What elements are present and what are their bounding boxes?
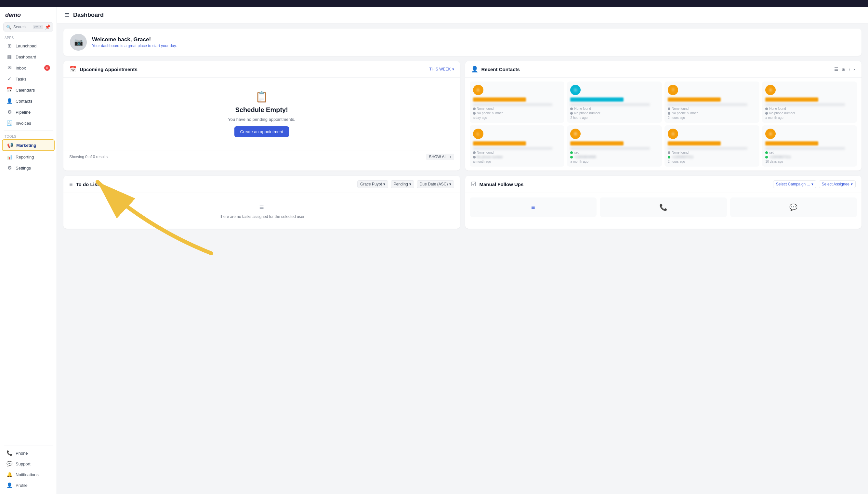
contact-tag-3 — [668, 97, 721, 102]
user-filter-label: Grace Puyot — [360, 182, 382, 186]
contact-avatar-1: A — [473, 85, 484, 95]
avatar: 📷 — [70, 34, 87, 51]
sidebar-item-tasks[interactable]: ✓ Tasks — [2, 74, 55, 84]
contact-status-5: None found — [477, 151, 494, 154]
launchpad-icon: ⊞ — [6, 43, 12, 49]
contact-detail-2: None found — [570, 107, 658, 110]
appointments-header-left: 📅 Upcoming Appointments — [69, 65, 138, 73]
support-icon: 💬 — [6, 461, 12, 467]
contact-card-2[interactable]: G None found No phone number — [567, 81, 662, 123]
show-all-button[interactable]: SHOW ALL › — [426, 154, 454, 160]
contact-phone-dot-1 — [473, 112, 476, 115]
sidebar-item-notifications[interactable]: 🔔 Notifications — [2, 469, 55, 480]
list-view-icon[interactable]: ☰ — [834, 66, 839, 72]
inbox-badge: 0 — [44, 65, 50, 71]
sidebar-item-reporting[interactable]: 📊 Reporting — [2, 152, 55, 162]
marketing-icon: 📢 — [7, 142, 13, 148]
followup-message-button[interactable]: 💬 — [730, 197, 857, 217]
welcome-text: Welcome back, Grace! Your dashboard is a… — [92, 36, 177, 48]
contact-dot-5 — [473, 151, 476, 154]
select-campaign-button[interactable]: Select Campaign ... ▾ — [773, 180, 816, 188]
contact-dot-6 — [570, 151, 573, 154]
sidebar-item-dashboard[interactable]: ▦ Dashboard — [2, 52, 55, 62]
date-filter-chevron: ▾ — [449, 182, 451, 186]
create-appointment-button[interactable]: Create an appointment — [234, 126, 289, 137]
contact-card-5[interactable]: L None found No phone number — [470, 126, 565, 167]
followup-tasks-button[interactable]: ≡ — [470, 197, 597, 217]
calendars-icon: 📅 — [6, 87, 12, 93]
contact-phone-6: +13059834000 — [570, 155, 658, 159]
tasks-icon: ✓ — [6, 76, 12, 82]
contact-phone-val-7: +13059837211 — [672, 155, 693, 159]
prev-icon[interactable]: ‹ — [848, 66, 851, 72]
followup-filters: Select Campaign ... ▾ Select Assignee ▾ — [773, 180, 856, 188]
contacts-header-left: 👤 Recent Contacts — [471, 65, 520, 73]
sidebar-item-inbox[interactable]: ✉ Inbox 0 — [2, 63, 55, 73]
search-icon: 🔍 — [6, 25, 12, 30]
contacts-label: Contacts — [16, 99, 32, 103]
menu-icon[interactable]: ☰ — [65, 12, 69, 18]
sidebar-item-pipeline[interactable]: ⚙ Pipeline — [2, 107, 55, 117]
contact-phone-val-5: No phone number — [477, 155, 503, 159]
search-bar[interactable]: 🔍 Search ctrl K 📌 — [3, 22, 53, 32]
contact-phone-val-3: No phone number — [672, 111, 698, 115]
contact-card-8[interactable]: A set +13059837211 — [762, 126, 857, 167]
contact-avatar-6: B — [570, 129, 581, 139]
grid-view-icon[interactable]: ⊞ — [841, 66, 846, 72]
sidebar-item-phone[interactable]: 📞 Phone — [2, 448, 55, 458]
sidebar-item-contacts[interactable]: 👤 Contacts — [2, 96, 55, 106]
followups-title: Manual Follow Ups — [480, 182, 524, 187]
sidebar-item-marketing[interactable]: 📢 Marketing — [2, 139, 55, 151]
sidebar-item-settings[interactable]: ⚙ Settings — [2, 163, 55, 173]
appointments-footer: Showing 0 of 0 results SHOW ALL › — [64, 150, 460, 164]
contact-card-4[interactable]: A None found No phone number — [762, 81, 857, 123]
main-header: ☰ Dashboard — [57, 7, 868, 23]
contact-name-3 — [668, 103, 747, 106]
welcome-subtitle: Your dashboard is a great place to start… — [92, 43, 177, 48]
sidebar-item-invoices[interactable]: 🧾 Invoices — [2, 118, 55, 128]
contact-time-4: a month ago — [765, 116, 854, 119]
contact-avatar-5: L — [473, 129, 484, 139]
contact-card-3[interactable]: T None found No phone number — [665, 81, 759, 123]
this-week-button[interactable]: THIS WEEK ▾ — [429, 67, 454, 72]
sidebar-item-support[interactable]: 💬 Support — [2, 459, 55, 469]
next-icon[interactable]: › — [853, 66, 856, 72]
user-filter-button[interactable]: Grace Puyot ▾ — [357, 180, 388, 188]
message-icon: 💬 — [789, 203, 797, 211]
status-filter-label: Pending — [394, 182, 408, 186]
date-filter-label: Due Date (ASC) — [420, 182, 448, 186]
profile-icon: 👤 — [6, 482, 12, 488]
contact-detail-7: None found — [668, 151, 756, 154]
tools-section-label: Tools — [0, 133, 57, 139]
contact-name-5 — [473, 147, 553, 150]
search-shortcut: ctrl K — [33, 25, 43, 29]
todo-header-left: ≡ To do List — [69, 181, 99, 188]
contact-card-7[interactable]: A None found +13059837211 — [665, 126, 759, 167]
inbox-label: Inbox — [16, 65, 26, 71]
contact-card-1[interactable]: A None found No phone number — [470, 81, 565, 123]
contact-dot-1 — [473, 108, 476, 110]
sidebar-item-launchpad[interactable]: ⊞ Launchpad — [2, 41, 55, 51]
contact-tag-6 — [570, 141, 623, 146]
tasks-list-icon: ≡ — [531, 204, 535, 211]
date-filter-button[interactable]: Due Date (ASC) ▾ — [417, 180, 454, 188]
status-filter-button[interactable]: Pending ▾ — [391, 180, 414, 188]
todo-empty-text: There are no tasks assigned for the sele… — [219, 214, 304, 219]
select-assignee-button[interactable]: Select Assignee ▾ — [819, 180, 856, 188]
assignee-chevron: ▾ — [851, 182, 853, 186]
sidebar-item-calendars[interactable]: 📅 Calendars — [2, 85, 55, 95]
appointments-header-right: THIS WEEK ▾ — [429, 67, 454, 72]
empty-calendar-icon: 📋 — [255, 91, 268, 103]
profile-label: Profile — [16, 483, 28, 488]
contact-status-6: set — [574, 151, 578, 154]
contact-card-6[interactable]: B set +13059834000 — [567, 126, 662, 167]
contact-tag-1 — [473, 97, 526, 102]
sidebar-item-profile[interactable]: 👤 Profile — [2, 480, 55, 490]
followups-header: ☑ Manual Follow Ups Select Campaign ... … — [465, 176, 862, 193]
contact-time-5: a month ago — [473, 160, 561, 164]
contact-dot-7 — [668, 151, 670, 154]
settings-icon: ⚙ — [6, 165, 12, 171]
campaign-chevron: ▾ — [811, 182, 813, 186]
inbox-icon: ✉ — [6, 65, 12, 71]
followup-phone-button[interactable]: 📞 — [600, 197, 727, 217]
